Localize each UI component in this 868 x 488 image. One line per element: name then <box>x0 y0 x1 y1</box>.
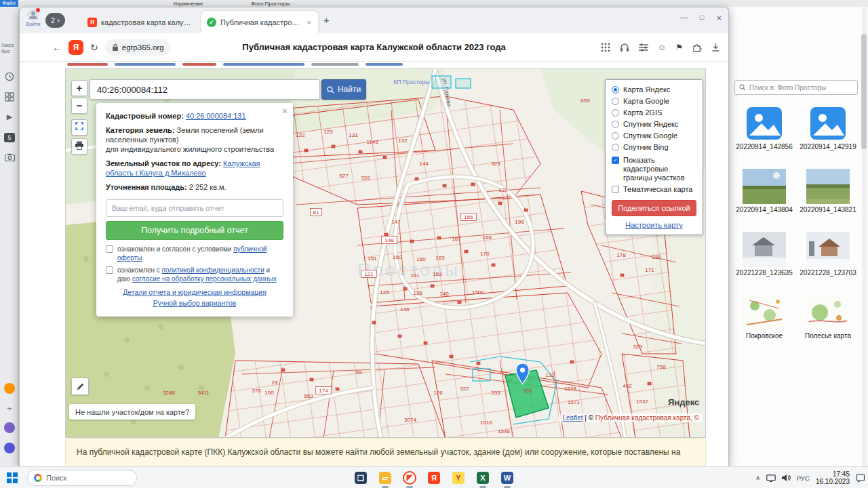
parcel-number[interactable]: 1537 <box>636 399 648 405</box>
parcel-number[interactable]: 139 <box>498 187 508 193</box>
parcel-number[interactable]: 527 <box>339 173 349 179</box>
parcel-number[interactable]: 1500 <box>472 289 484 296</box>
explorer-file-tab[interactable]: Файл <box>0 0 18 7</box>
checkbox-icon[interactable] <box>106 245 113 253</box>
share-link-button[interactable]: Поделиться ссылкой <box>612 200 696 216</box>
file-item[interactable]: Покровское <box>734 295 795 340</box>
tableau-grid-icon[interactable] <box>601 43 610 52</box>
parcel-number[interactable]: 144 <box>419 161 429 167</box>
excel-icon[interactable]: X <box>475 470 491 486</box>
cadastral-number-link[interactable]: 40:26:000084:131 <box>186 112 246 120</box>
layer-option-2[interactable]: Карта 2GIS <box>612 108 696 117</box>
start-button[interactable] <box>7 472 18 483</box>
privacy-consent-checkbox[interactable]: ознакомлен с политикой конфиденциальност… <box>106 266 283 283</box>
print-button[interactable] <box>71 138 87 155</box>
parcel-number[interactable]: 323 <box>491 161 500 167</box>
parcel-number[interactable]: 442 <box>623 383 632 389</box>
layer-option-3[interactable]: Спутник Яндекс <box>612 120 696 129</box>
parcel-number[interactable]: 659 <box>580 98 590 104</box>
parcel-number[interactable]: 1516 <box>480 420 492 426</box>
file-item[interactable]: 20220914_142856 <box>734 106 795 151</box>
parcel-number[interactable]: 59 <box>356 369 362 375</box>
pkk-link[interactable]: Публичная кадастровая карта <box>595 414 690 422</box>
parcel-number[interactable]: 81 <box>313 209 319 216</box>
parcel-number[interactable]: 29 <box>272 380 278 386</box>
layer-option-1[interactable]: Карта Google <box>612 97 696 106</box>
panels-icon[interactable] <box>0 92 19 104</box>
parcel-number[interactable]: 178 <box>616 252 626 258</box>
clock[interactable]: 17:45 16.10.2023 <box>816 470 850 485</box>
tab-cadastral-map[interactable]: ✓ Публичная кадастрова... × <box>201 11 318 33</box>
play-icon[interactable]: ▶ <box>0 113 19 121</box>
back-button[interactable]: ← <box>52 42 62 53</box>
parcel-number[interactable]: 122 <box>296 132 305 138</box>
add-panel-icon[interactable]: + <box>0 403 19 413</box>
file-item[interactable]: 20220914_142919 <box>797 106 859 151</box>
draw-button[interactable] <box>71 378 89 395</box>
parcel-number[interactable]: 653 <box>304 393 313 399</box>
radio-icon[interactable] <box>612 86 619 94</box>
find-button[interactable]: Найти <box>321 79 366 100</box>
radio-icon[interactable] <box>612 121 619 128</box>
manual-choice-link[interactable]: Ручной выбор вариантов <box>153 299 237 307</box>
new-tab-button[interactable]: + <box>323 14 330 26</box>
parcel-number[interactable]: 161 <box>410 272 420 279</box>
taskview-icon[interactable]: ❑ <box>353 470 369 486</box>
tab-yandex-search[interactable]: Я кадастровая карта калуж... <box>82 11 199 33</box>
parcel-number[interactable]: 150 <box>393 254 402 260</box>
privacy-policy-link[interactable]: политикой конфиденциальности <box>162 266 264 274</box>
parcel-number[interactable]: 376 <box>252 388 261 394</box>
scrollbar-thumb[interactable] <box>861 34 867 149</box>
parcel-number[interactable]: 100 <box>264 390 274 396</box>
close-tab-icon[interactable]: × <box>306 18 313 26</box>
parcel-number[interactable]: 171 <box>645 267 654 273</box>
counter-badge[interactable]: 5 <box>4 133 15 142</box>
parcel-number[interactable]: 148 <box>384 237 394 243</box>
y-app-icon[interactable]: Y <box>450 470 467 486</box>
radio-icon[interactable] <box>612 109 619 117</box>
bookmark-flag-icon[interactable]: ⚑ <box>675 43 683 52</box>
email-field[interactable] <box>106 199 283 217</box>
checkbox-icon[interactable] <box>106 266 113 274</box>
parcel-number[interactable]: 140 <box>439 291 449 297</box>
parcel-number[interactable]: 169 <box>482 235 492 241</box>
parcel-number[interactable]: 1143 <box>366 139 378 145</box>
layer-option-0[interactable]: Карта Яндекс <box>612 85 696 94</box>
parcel-number[interactable]: 322 <box>460 386 469 392</box>
fullscreen-button[interactable] <box>71 119 87 136</box>
cadastral-map[interactable]: Просторы КП Просторы ул. Гурьева 1221231… <box>65 68 706 438</box>
tray-expand-icon[interactable]: ∧ <box>755 474 760 481</box>
file-item[interactable]: 20221228_123635 <box>734 232 795 277</box>
word-icon[interactable]: W <box>499 470 515 486</box>
tab-counter-chip[interactable]: 2 ▾ <box>45 13 65 28</box>
cadastral-search-field[interactable]: 40:26:000084:112 <box>90 79 320 100</box>
file-item[interactable]: Полесье карта <box>797 295 859 340</box>
parcel-number[interactable]: 330 <box>652 254 661 260</box>
parcel-number[interactable]: 3074 <box>404 417 416 423</box>
get-report-button[interactable]: Получить подробный отчет <box>106 221 283 240</box>
sliders-icon[interactable] <box>639 43 648 52</box>
file-item[interactable]: 20220914_143821 <box>797 169 859 214</box>
download-icon[interactable] <box>711 43 720 52</box>
parcel-number[interactable]: 135 <box>413 290 422 296</box>
yandex-browser-icon[interactable]: ◤ <box>401 470 418 486</box>
explorer-icon[interactable]: ▱ <box>377 470 393 486</box>
parcel-number[interactable]: 331 <box>523 388 532 394</box>
parcel-number[interactable]: 167 <box>452 236 461 242</box>
explorer-search-input[interactable]: Поиск в: Фото Просторы <box>734 80 858 95</box>
app-dot2-icon[interactable] <box>4 443 15 453</box>
personal-data-link[interactable]: согласие на обработку персональных данны… <box>132 275 277 283</box>
headphones-icon[interactable] <box>620 43 629 52</box>
zoom-in-button[interactable]: + <box>71 80 87 96</box>
parcel-number[interactable]: 132 <box>545 372 555 378</box>
notifications-icon[interactable] <box>856 474 865 483</box>
parcel-number[interactable]: 1546 <box>498 428 510 434</box>
parcel-number[interactable]: 758 <box>656 364 666 370</box>
clock-icon[interactable] <box>0 72 19 84</box>
parcel-number[interactable]: 166 <box>464 214 473 220</box>
leaflet-link[interactable]: Leaflet <box>562 414 583 422</box>
taskbar-search[interactable]: Поиск <box>27 470 137 486</box>
parcel-number[interactable]: 329 <box>633 344 642 350</box>
layer-checkbox-0[interactable]: ✓Показать кадастровые границы участков <box>612 156 696 182</box>
yandex-button[interactable]: Я <box>68 40 83 55</box>
